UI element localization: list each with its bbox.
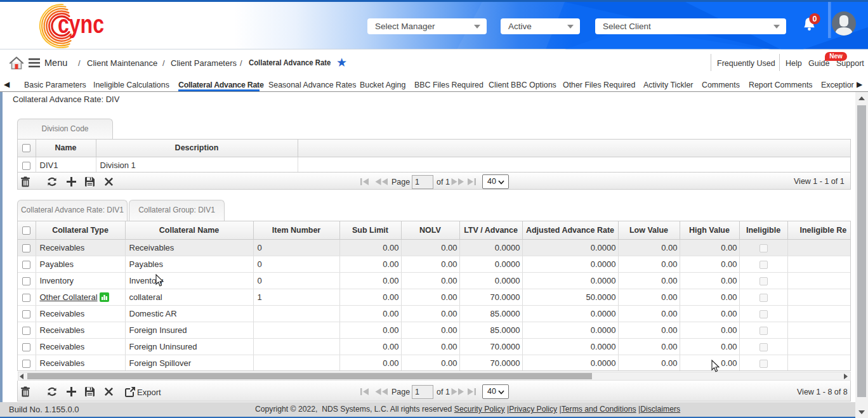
- svg-text:cync: cync: [58, 10, 104, 39]
- svg-text:0: 0: [813, 15, 817, 23]
